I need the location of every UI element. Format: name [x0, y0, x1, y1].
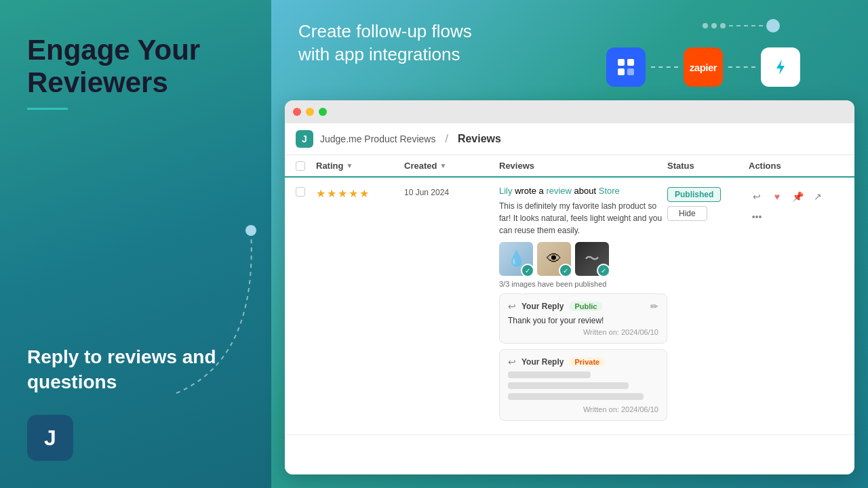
thunder-integration-icon	[761, 47, 800, 87]
headline-underline	[27, 108, 68, 110]
status-published-badge: Published	[667, 187, 721, 202]
header-reviews: Reviews	[499, 161, 667, 171]
author-link[interactable]: Lily	[499, 186, 513, 196]
created-sort-caret: ▼	[439, 162, 446, 169]
svg-point-0	[245, 225, 256, 236]
table-header: Rating ▼ Created ▼ Reviews Status Action…	[285, 155, 854, 178]
right-panel: Create follow-up flows with app integrat…	[271, 0, 868, 488]
store-link[interactable]: Store	[599, 186, 620, 196]
row-status-col: Published Hide	[667, 186, 749, 221]
review-prep: about	[574, 186, 599, 196]
private-placeholder-line-2	[508, 382, 629, 389]
header-actions: Actions	[749, 161, 844, 171]
public-reply-icon: ↩	[508, 301, 516, 312]
star-1: ★	[316, 187, 326, 200]
row-checkbox-col	[296, 186, 316, 197]
image-check-3: ✓	[597, 264, 609, 276]
traffic-dot-green[interactable]	[319, 108, 327, 116]
tagline-line1: Create follow-up flows	[298, 21, 472, 41]
svg-marker-5	[776, 60, 785, 75]
breadcrumb-page: Reviews	[458, 133, 501, 145]
row-rating: ★ ★ ★ ★ ★	[316, 186, 404, 200]
zapier-integration-icon: zapier	[684, 47, 723, 87]
public-reply-date: Written on: 2024/06/10	[508, 328, 658, 336]
browser-bar	[285, 100, 854, 123]
review-link[interactable]: review	[546, 186, 572, 196]
public-reply-header: ↩ Your Reply Public ✏	[508, 301, 658, 312]
select-all-checkbox[interactable]	[296, 161, 305, 171]
review-image-3: 〜 ✓	[575, 242, 609, 276]
heart-action-icon[interactable]: ♥	[769, 188, 785, 205]
star-2: ★	[327, 187, 336, 200]
hide-button[interactable]: Hide	[667, 206, 707, 221]
public-reply-box: ↩ Your Reply Public ✏ Thank you for your…	[499, 293, 667, 344]
main-headline: Engage YourReviewers	[27, 34, 244, 100]
dot-small2	[711, 23, 717, 28]
public-reply-label: Your Reply	[521, 302, 564, 311]
j-brand-logo: J	[27, 415, 73, 461]
row-content: Lily wrote a review about Store This is …	[499, 186, 667, 426]
star-3: ★	[338, 187, 347, 200]
rating-sort-caret: ▼	[346, 162, 353, 169]
images-published-text: 3/3 images have been published	[499, 280, 667, 288]
traffic-dot-red[interactable]	[293, 108, 301, 116]
browser-window: J Judge.me Product Reviews / Reviews Rat…	[285, 100, 854, 474]
right-top-area: Create follow-up flows with app integrat…	[271, 0, 868, 100]
private-badge: Private	[569, 357, 605, 367]
review-image-1: 💧 ✓	[499, 242, 533, 276]
integration-icons: zapier	[606, 47, 800, 87]
tagline-line2: with app integrations	[298, 44, 460, 64]
row-checkbox[interactable]	[296, 187, 305, 197]
header-check-col	[296, 161, 316, 171]
connector-line-1	[651, 66, 678, 68]
dashed-arc-decoration	[163, 224, 258, 400]
private-reply-label: Your Reply	[521, 357, 564, 367]
svg-rect-2	[627, 59, 634, 66]
dot-decoration	[703, 19, 780, 33]
private-placeholder-line-1	[508, 371, 591, 378]
private-placeholder-line-3	[508, 393, 644, 400]
image-check-1: ✓	[521, 264, 533, 276]
dot-small	[703, 23, 708, 28]
header-rating[interactable]: Rating ▼	[316, 161, 404, 171]
integrations-row: zapier	[606, 27, 800, 87]
svg-rect-1	[618, 59, 625, 66]
public-badge: Public	[569, 302, 602, 311]
dot-line	[729, 25, 763, 26]
dot-large	[766, 19, 780, 33]
share-action-icon[interactable]: ↗	[810, 188, 826, 205]
private-reply-header: ↩ Your Reply Private	[508, 357, 658, 367]
row-actions-col: ↩ ♥ 📌 ↗ •••	[749, 186, 844, 225]
review-verb: wrote a	[515, 186, 546, 196]
pin-action-icon[interactable]: 📌	[789, 188, 806, 205]
header-status: Status	[667, 161, 749, 171]
review-images-row: 💧 ✓ 👁 ✓ 〜 ✓	[499, 242, 667, 276]
header-created-label: Created	[404, 161, 437, 171]
connector-line-2	[728, 66, 755, 68]
reply-action-icon[interactable]: ↩	[749, 188, 765, 205]
more-action-icon[interactable]: •••	[749, 209, 765, 225]
app-header: J Judge.me Product Reviews / Reviews	[285, 123, 854, 155]
review-author-line: Lily wrote a review about Store	[499, 186, 667, 196]
public-reply-edit-button[interactable]: ✏	[650, 301, 658, 312]
row-date: 10 Jun 2024	[404, 186, 499, 197]
private-reply-date: Written on: 2024/06/10	[508, 405, 658, 413]
table-row: ★ ★ ★ ★ ★ 10 Jun 2024 Lily wrote a revie…	[285, 178, 854, 435]
left-panel: Engage YourReviewers Reply to reviews an…	[0, 0, 271, 488]
header-created[interactable]: Created ▼	[404, 161, 499, 171]
review-image-2: 👁 ✓	[537, 242, 571, 276]
review-body-text: This is definitely my favorite lash prod…	[499, 200, 667, 237]
private-reply-icon: ↩	[508, 357, 516, 367]
image-check-2: ✓	[559, 264, 571, 276]
private-reply-box: ↩ Your Reply Private Written on: 2024/06…	[499, 349, 667, 421]
dot-small3	[720, 23, 726, 28]
svg-rect-3	[618, 68, 625, 75]
public-reply-message: Thank you for your review!	[508, 316, 658, 325]
traffic-dot-yellow[interactable]	[306, 108, 314, 116]
star-4: ★	[349, 187, 358, 200]
breadcrumb-app: Judge.me Product Reviews	[320, 134, 435, 144]
header-rating-label: Rating	[316, 161, 343, 171]
breadcrumb-separator: /	[445, 133, 448, 145]
wavy-integration-icon	[606, 47, 646, 87]
tagline: Create follow-up flows with app integrat…	[298, 20, 472, 66]
